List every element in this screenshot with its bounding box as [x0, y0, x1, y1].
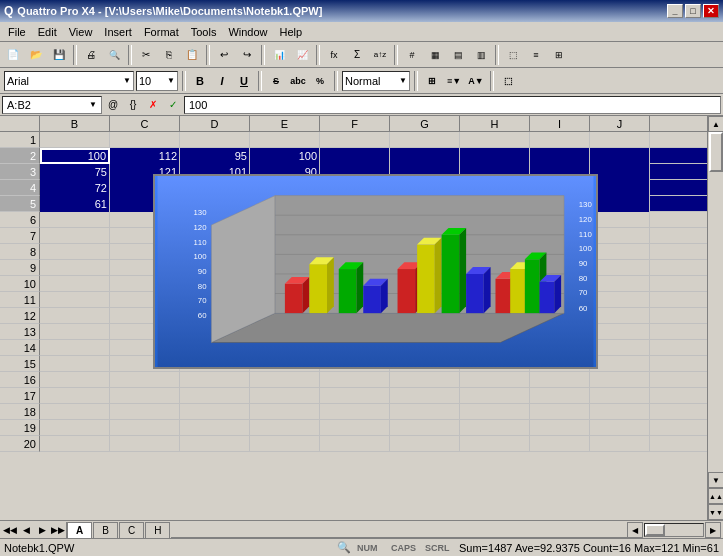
vertical-scrollbar[interactable]: ▲ ▼ ▲▲ ▼▼ [707, 116, 723, 520]
style-selector[interactable]: Normal ▼ [342, 71, 410, 91]
function-icon[interactable]: @ [104, 96, 122, 114]
cell-reference[interactable]: A:B2 ▼ [2, 96, 102, 114]
menu-help[interactable]: Help [274, 24, 309, 40]
col-header-J[interactable]: J [590, 116, 650, 131]
cell-H2[interactable] [460, 148, 530, 164]
cell-J3[interactable] [590, 164, 650, 180]
cell-H1[interactable] [460, 132, 530, 148]
page-up-button[interactable]: ▲▲ [708, 488, 723, 504]
menu-file[interactable]: File [2, 24, 32, 40]
tb-btn11[interactable]: ⬚ [502, 44, 524, 66]
chart2-button[interactable]: 📈 [291, 44, 313, 66]
tb-btn10[interactable]: ▥ [470, 44, 492, 66]
sort-button[interactable]: a↑z [369, 44, 391, 66]
cell-B2[interactable]: 100 [40, 148, 110, 164]
sum-button[interactable]: Σ [346, 44, 368, 66]
scroll-left-button[interactable]: ◀ [627, 522, 643, 538]
font-selector[interactable]: Arial ▼ [4, 71, 134, 91]
col-header-D[interactable]: D [180, 116, 250, 131]
cell-E2[interactable]: 100 [250, 148, 320, 164]
menu-insert[interactable]: Insert [98, 24, 138, 40]
cancel-icon[interactable]: ✗ [144, 96, 162, 114]
cell-B4[interactable]: 72 [40, 180, 110, 196]
col-header-I[interactable]: I [530, 116, 590, 131]
save-button[interactable]: 💾 [48, 44, 70, 66]
tab-prev-button[interactable]: ◀ [18, 522, 34, 538]
menu-tools[interactable]: Tools [185, 24, 223, 40]
cell-ref-arrow[interactable]: ▼ [89, 100, 97, 109]
scroll-up-button[interactable]: ▲ [708, 116, 723, 132]
scroll-thumb[interactable] [709, 132, 723, 172]
scroll-track[interactable] [708, 132, 723, 472]
cell-G1[interactable] [390, 132, 460, 148]
sheet-tab-C[interactable]: C [119, 522, 144, 538]
formula-bar[interactable]: 100 [184, 96, 721, 114]
minimize-button[interactable]: _ [667, 4, 683, 18]
cell-J6[interactable] [590, 212, 650, 228]
cell-J2[interactable] [590, 148, 650, 164]
fmt-btn4[interactable]: ⊞ [422, 71, 442, 91]
col-header-E[interactable]: E [250, 116, 320, 131]
cell-D1[interactable] [180, 132, 250, 148]
cell-B5[interactable]: 61 [40, 196, 110, 212]
col-header-H[interactable]: H [460, 116, 530, 131]
cell-J4[interactable] [590, 180, 650, 196]
cut-button[interactable]: ✂ [135, 44, 157, 66]
fmt-btn6[interactable]: A▼ [466, 71, 486, 91]
chart[interactable]: 60 70 80 90 100 110 120 130 60 70 80 90 … [153, 174, 598, 369]
new-button[interactable]: 📄 [2, 44, 24, 66]
strikethrough-button[interactable]: S [266, 71, 286, 91]
italic-button[interactable]: I [212, 71, 232, 91]
col-header-C[interactable]: C [110, 116, 180, 131]
cell-J1[interactable] [590, 132, 650, 148]
print-button[interactable]: 🖨 [80, 44, 102, 66]
tb-btn9[interactable]: ▤ [447, 44, 469, 66]
fmt-btn5[interactable]: ≡▼ [444, 71, 464, 91]
print-preview-button[interactable]: 🔍 [103, 44, 125, 66]
col-header-F[interactable]: F [320, 116, 390, 131]
cell-F2[interactable] [320, 148, 390, 164]
confirm-icon[interactable]: ✓ [164, 96, 182, 114]
size-selector[interactable]: 10 ▼ [136, 71, 178, 91]
style-dropdown-arrow[interactable]: ▼ [399, 76, 407, 85]
cell-B6[interactable] [40, 212, 110, 228]
cell-B1[interactable] [40, 132, 110, 148]
cell-C2[interactable]: 112 [110, 148, 180, 164]
maximize-button[interactable]: □ [685, 4, 701, 18]
copy-button[interactable]: ⎘ [158, 44, 180, 66]
col-header-B[interactable]: B [40, 116, 110, 131]
cell-I2[interactable] [530, 148, 590, 164]
tb-btn12[interactable]: ≡ [525, 44, 547, 66]
close-button[interactable]: ✕ [703, 4, 719, 18]
tb-btn13[interactable]: ⊞ [548, 44, 570, 66]
cell-I1[interactable] [530, 132, 590, 148]
fmt-btn7[interactable]: ⬚ [498, 71, 518, 91]
scroll-down-button[interactable]: ▼ [708, 472, 723, 488]
cell-G2[interactable] [390, 148, 460, 164]
cell-E1[interactable] [250, 132, 320, 148]
hscroll-track[interactable] [644, 523, 704, 537]
col-header-G[interactable]: G [390, 116, 460, 131]
menu-format[interactable]: Format [138, 24, 185, 40]
tab-first-button[interactable]: ◀◀ [2, 522, 18, 538]
cell-B3[interactable]: 75 [40, 164, 110, 180]
tab-last-button[interactable]: ▶▶ [50, 522, 66, 538]
paste-button[interactable]: 📋 [181, 44, 203, 66]
page-down-button[interactable]: ▼▼ [708, 504, 723, 520]
grid-content[interactable]: 100 112 95 100 75 121 101 90 [40, 132, 707, 516]
redo-button[interactable]: ↪ [236, 44, 258, 66]
cell-J5[interactable] [590, 196, 650, 212]
underline-button[interactable]: U [234, 71, 254, 91]
menu-view[interactable]: View [63, 24, 99, 40]
font-dropdown-arrow[interactable]: ▼ [123, 76, 131, 85]
sheet-tab-B[interactable]: B [93, 522, 118, 538]
cell-D2[interactable]: 95 [180, 148, 250, 164]
size-dropdown-arrow[interactable]: ▼ [167, 76, 175, 85]
cell-C1[interactable] [110, 132, 180, 148]
bold-button[interactable]: B [190, 71, 210, 91]
menu-window[interactable]: Window [222, 24, 273, 40]
menu-edit[interactable]: Edit [32, 24, 63, 40]
tab-next-button[interactable]: ▶ [34, 522, 50, 538]
scroll-right-button[interactable]: ▶ [705, 522, 721, 538]
cell-F1[interactable] [320, 132, 390, 148]
